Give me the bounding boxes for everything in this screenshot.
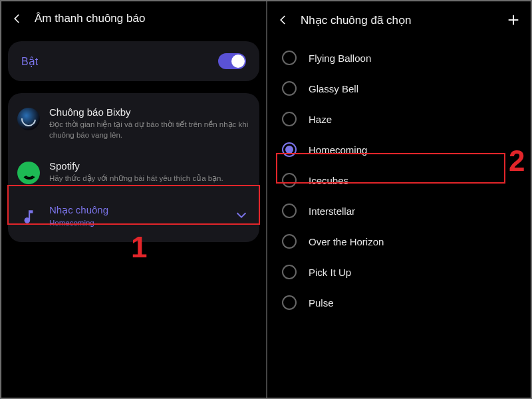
spotify-icon	[17, 162, 40, 184]
ringtone-option[interactable]: Pulse	[267, 287, 531, 318]
radio-icon	[282, 173, 297, 188]
ringtone-list: Flying BalloonGlassy BellHazeHomecomingI…	[267, 40, 531, 321]
ringtone-option[interactable]: Haze	[267, 104, 531, 134]
radio-icon	[282, 295, 297, 310]
ringtone-label: Flying Balloon	[309, 53, 371, 64]
toggle-label: Bật	[21, 55, 218, 68]
toggle-card: Bật	[8, 41, 259, 81]
ringtone-label: Interstellar	[309, 205, 355, 217]
chevron-down-icon	[234, 207, 249, 225]
option-sub: Hãy thức dậy với những bài hát yêu thích…	[49, 174, 249, 184]
radio-icon	[282, 142, 297, 157]
radio-icon	[282, 112, 297, 126]
ringtone-option[interactable]: Glassy Bell	[267, 73, 531, 104]
option-body: Chuông báo Bixby Đọc thời gian hiện tại …	[49, 106, 249, 140]
back-icon[interactable]	[277, 13, 290, 27]
option-sub: Homecoming	[49, 218, 225, 229]
radio-icon	[282, 203, 297, 218]
ringtone-option[interactable]: Flying Balloon	[267, 43, 531, 73]
ringtone-label: Pulse	[309, 297, 334, 309]
pane-alarm-sound: Âm thanh chuông báo Bật Chuông báo Bixby…	[1, 1, 267, 398]
option-body: Spotify Hãy thức dậy với những bài hát y…	[49, 160, 249, 184]
radio-icon	[282, 265, 297, 279]
ringtone-label: Icecubes	[309, 175, 348, 186]
ringtone-label: Haze	[309, 114, 332, 125]
toggle-switch[interactable]	[218, 53, 246, 69]
radio-icon	[282, 234, 297, 249]
enable-toggle-row[interactable]: Bật	[8, 41, 259, 81]
ringtone-label: Pick It Up	[309, 267, 351, 278]
bixby-icon	[17, 108, 40, 130]
radio-icon	[282, 81, 297, 96]
ringtone-option[interactable]: Interstellar	[267, 196, 531, 226]
header-left: Âm thanh chuông báo	[1, 1, 266, 37]
ringtone-label: Homecoming	[309, 144, 367, 156]
option-title: Chuông báo Bixby	[49, 106, 249, 118]
page-title: Nhạc chuông đã chọn	[301, 13, 412, 27]
radio-icon	[282, 51, 297, 65]
ringtone-option[interactable]: Homecoming	[267, 134, 531, 165]
ringtone-label: Glassy Bell	[309, 83, 358, 94]
ringtone-option[interactable]: Pick It Up	[267, 257, 531, 287]
option-title: Spotify	[49, 160, 249, 172]
option-title: Nhạc chuông	[49, 204, 225, 216]
ringtone-option[interactable]: Over the Horizon	[267, 226, 531, 257]
option-spotify[interactable]: Spotify Hãy thức dậy với những bài hát y…	[8, 151, 259, 194]
ringtone-label: Over the Horizon	[309, 236, 384, 247]
option-ringtone[interactable]: Nhạc chuông Homecoming	[8, 195, 259, 238]
back-icon[interactable]	[11, 12, 24, 25]
add-icon[interactable]	[505, 12, 521, 28]
pane-ringtone-picker: Nhạc chuông đã chọn Flying BalloonGlassy…	[267, 1, 531, 398]
page-title: Âm thanh chuông báo	[35, 12, 145, 25]
toggle-knob	[231, 55, 245, 68]
option-body: Nhạc chuông Homecoming	[49, 204, 225, 229]
sound-options-card: Chuông báo Bixby Đọc thời gian hiện tại …	[8, 93, 259, 242]
header-right: Nhạc chuông đã chọn	[267, 1, 531, 40]
option-bixby[interactable]: Chuông báo Bixby Đọc thời gian hiện tại …	[8, 97, 259, 150]
dual-screenshot-frame: Âm thanh chuông báo Bật Chuông báo Bixby…	[1, 1, 531, 398]
option-sub: Đọc thời gian hiện tại và dự báo thời ti…	[49, 120, 249, 140]
music-note-icon	[17, 205, 40, 228]
ringtone-option[interactable]: Icecubes	[267, 165, 531, 196]
